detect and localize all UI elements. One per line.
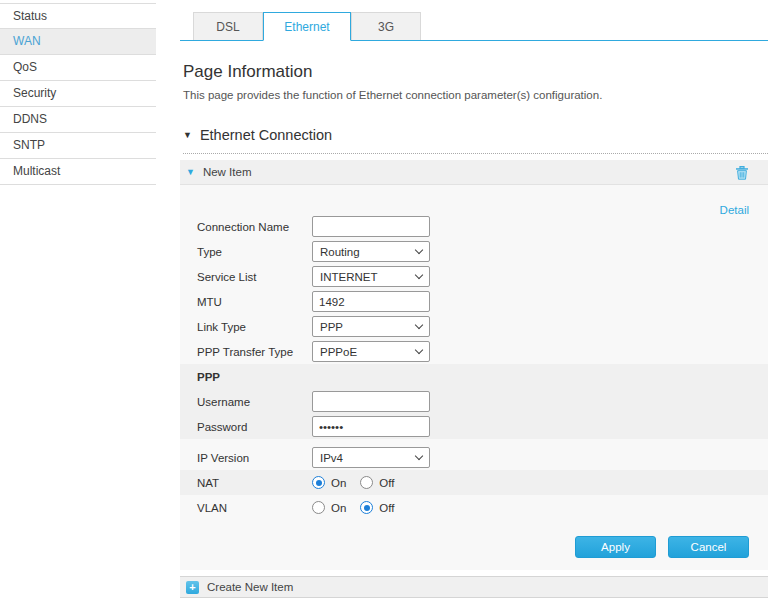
ppp-group-label: PPP bbox=[197, 371, 312, 383]
link-type-select-value: PPP bbox=[320, 321, 416, 333]
ip-version-label: IP Version bbox=[197, 452, 312, 464]
cancel-button[interactable]: Cancel bbox=[668, 536, 749, 558]
trash-icon[interactable] bbox=[735, 165, 749, 180]
ip-version-row: IP Version IPv4 bbox=[180, 445, 768, 470]
create-new-item-label: Create New Item bbox=[207, 581, 293, 593]
nat-row: NAT On Off bbox=[180, 470, 768, 495]
chevron-down-icon bbox=[415, 452, 423, 460]
ppp-transfer-type-label: PPP Transfer Type bbox=[197, 346, 312, 358]
ppp-transfer-type-select-value: PPPoE bbox=[320, 346, 416, 358]
sidebar-item-ddns[interactable]: DDNS bbox=[0, 107, 156, 133]
collapse-arrow-icon: ▼ bbox=[183, 130, 192, 140]
password-row: Password bbox=[180, 414, 768, 439]
ppp-transfer-type-select[interactable]: PPPoE bbox=[312, 341, 430, 362]
apply-button[interactable]: Apply bbox=[575, 536, 656, 558]
detail-row: Detail bbox=[180, 185, 768, 214]
sidebar-item-qos[interactable]: QoS bbox=[0, 55, 156, 81]
type-row: Type Routing bbox=[180, 239, 768, 264]
vlan-on-radio[interactable] bbox=[312, 501, 325, 514]
page-title: Page Information bbox=[183, 62, 768, 82]
plus-icon: + bbox=[186, 581, 199, 594]
vlan-row: VLAN On Off bbox=[180, 495, 768, 520]
connection-name-row: Connection Name bbox=[180, 214, 768, 239]
username-input[interactable] bbox=[312, 391, 430, 412]
new-item-panel-header[interactable]: ▼ New Item bbox=[180, 160, 768, 185]
link-type-label: Link Type bbox=[197, 321, 312, 333]
vlan-label: VLAN bbox=[197, 502, 312, 514]
sidebar-item-security[interactable]: Security bbox=[0, 81, 156, 107]
section-title: Ethernet Connection bbox=[200, 127, 332, 143]
tab-ethernet[interactable]: Ethernet bbox=[263, 12, 351, 41]
panel-title: New Item bbox=[203, 166, 735, 178]
sidebar-item-multicast[interactable]: Multicast bbox=[0, 159, 156, 185]
ethernet-connection-section-header[interactable]: ▼ Ethernet Connection bbox=[183, 127, 768, 154]
vlan-off-label: Off bbox=[379, 502, 394, 514]
wan-mode-tabbar: DSL Ethernet 3G bbox=[180, 12, 768, 41]
ip-version-select-value: IPv4 bbox=[320, 452, 416, 464]
nat-label: NAT bbox=[197, 477, 312, 489]
new-item-panel-body: Detail Connection Name Type Routing Serv… bbox=[180, 185, 768, 570]
chevron-down-icon bbox=[415, 346, 423, 354]
service-list-select-value: INTERNET bbox=[320, 271, 416, 283]
create-new-item-row[interactable]: + Create New Item bbox=[180, 576, 768, 598]
page-description: This page provides the function of Ether… bbox=[183, 89, 768, 101]
link-type-select[interactable]: PPP bbox=[312, 316, 430, 337]
nat-off-label: Off bbox=[379, 477, 394, 489]
chevron-down-icon bbox=[415, 271, 423, 279]
type-select[interactable]: Routing bbox=[312, 241, 430, 262]
ppp-transfer-type-row: PPP Transfer Type PPPoE bbox=[180, 339, 768, 364]
mtu-label: MTU bbox=[197, 296, 312, 308]
mtu-row: MTU bbox=[180, 289, 768, 314]
chevron-down-icon bbox=[415, 321, 423, 329]
nat-off-radio[interactable] bbox=[360, 476, 373, 489]
tab-dsl[interactable]: DSL bbox=[193, 12, 263, 40]
sidebar-item-wan[interactable]: WAN bbox=[0, 29, 156, 55]
sidebar-item-status[interactable]: Status bbox=[0, 3, 156, 29]
tab-3g[interactable]: 3G bbox=[351, 12, 421, 40]
link-type-row: Link Type PPP bbox=[180, 314, 768, 339]
mtu-input[interactable] bbox=[312, 291, 430, 312]
sidebar: Status WAN QoS Security DDNS SNTP Multic… bbox=[0, 3, 156, 185]
type-select-value: Routing bbox=[320, 246, 416, 258]
connection-name-label: Connection Name bbox=[197, 221, 312, 233]
main-content: DSL Ethernet 3G Page Information This pa… bbox=[180, 0, 768, 598]
type-label: Type bbox=[197, 246, 312, 258]
collapse-arrow-icon: ▼ bbox=[186, 167, 195, 177]
button-row: Apply Cancel bbox=[180, 536, 768, 558]
sidebar-item-sntp[interactable]: SNTP bbox=[0, 133, 156, 159]
vlan-off-radio[interactable] bbox=[360, 501, 373, 514]
vlan-on-label: On bbox=[331, 502, 346, 514]
connection-name-input[interactable] bbox=[312, 216, 430, 237]
password-input[interactable] bbox=[312, 416, 430, 437]
username-label: Username bbox=[197, 396, 312, 408]
chevron-down-icon bbox=[415, 246, 423, 254]
detail-link[interactable]: Detail bbox=[720, 204, 749, 216]
service-list-select[interactable]: INTERNET bbox=[312, 266, 430, 287]
nat-on-label: On bbox=[331, 477, 346, 489]
password-label: Password bbox=[197, 421, 312, 433]
ip-version-select[interactable]: IPv4 bbox=[312, 447, 430, 468]
service-list-row: Service List INTERNET bbox=[180, 264, 768, 289]
username-row: Username bbox=[180, 389, 768, 414]
nat-on-radio[interactable] bbox=[312, 476, 325, 489]
ppp-group-header-row: PPP bbox=[180, 364, 768, 389]
service-list-label: Service List bbox=[197, 271, 312, 283]
